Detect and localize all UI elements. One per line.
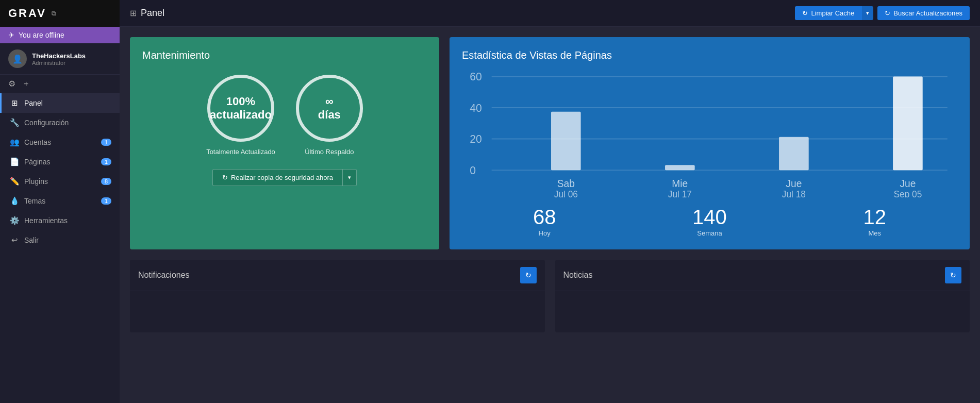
- news-refresh-button[interactable]: ↻: [945, 267, 961, 283]
- sidebar-item-panel[interactable]: ⊞Panel: [0, 93, 120, 113]
- svg-text:Jul 06: Jul 06: [554, 189, 578, 197]
- clear-cache-button-group: ↻ Limpiar Cache ▾: [795, 6, 873, 20]
- news-body: [555, 291, 970, 332]
- paginas-label: Páginas: [24, 158, 51, 166]
- circle-backup: ∞ días Último Respaldo: [296, 75, 363, 156]
- stat-month-value: 12: [792, 207, 957, 227]
- svg-text:60: 60: [470, 71, 482, 83]
- avatar: 👤: [8, 49, 27, 68]
- stat-week-label: Semana: [627, 229, 792, 237]
- circle-label-backup: Último Respaldo: [305, 148, 354, 156]
- main-content: ⊞ Panel ↻ Limpiar Cache ▾ ↻ Buscar Actua…: [120, 0, 980, 403]
- news-header: Noticias ↻: [555, 260, 970, 291]
- notifications-card: Notificaciones ↻: [130, 260, 545, 332]
- circle-value-backup: ∞ días: [318, 95, 341, 122]
- svg-rect-8: [551, 112, 581, 170]
- user-section: 👤 TheHackersLabs Administrator: [0, 43, 120, 75]
- user-info: TheHackersLabs Administrator: [32, 52, 86, 66]
- paginas-icon: 📄: [10, 157, 19, 166]
- panel-icon: ⊞: [10, 98, 19, 108]
- sidebar: GRAV ⧉ ✈ You are offline 👤 TheHackersLab…: [0, 0, 120, 403]
- sidebar-item-temas[interactable]: 💧Temas1: [0, 191, 120, 211]
- paginas-badge: 1: [101, 158, 111, 165]
- stats-card: Estadística de Vistas de Páginas 60 40 2…: [450, 37, 970, 249]
- page-title-area: ⊞ Panel: [130, 8, 164, 19]
- notifications-title: Notificaciones: [138, 271, 190, 280]
- notifications-refresh-button[interactable]: ↻: [520, 267, 537, 283]
- configuracion-icon: 🔧: [10, 118, 19, 127]
- svg-text:0: 0: [470, 164, 476, 177]
- panel-label: Panel: [24, 99, 43, 107]
- top-panels: Mantenimiento 100% actualizado Totalment…: [130, 37, 970, 249]
- stat-week: 140 Semana: [627, 207, 792, 237]
- backup-icon: ↻: [222, 174, 228, 181]
- user-icon: 👤: [12, 54, 23, 64]
- svg-text:Jue: Jue: [786, 178, 802, 189]
- chart-area: 60 40 20 0 Sab Jul 06: [462, 66, 957, 197]
- svg-text:20: 20: [470, 133, 482, 145]
- svg-text:Jue: Jue: [900, 178, 916, 189]
- grid-icon: ⊞: [130, 8, 137, 18]
- temas-badge: 1: [101, 197, 111, 205]
- cuentas-badge: 1: [101, 139, 111, 146]
- clear-cache-button[interactable]: ↻ Limpiar Cache: [795, 6, 861, 20]
- stats-title: Estadística de Vistas de Páginas: [462, 49, 957, 61]
- circle-value-updated: 100% actualizado: [210, 95, 272, 122]
- svg-rect-14: [779, 137, 809, 170]
- sidebar-item-paginas[interactable]: 📄Páginas1: [0, 152, 120, 172]
- sidebar-item-herramientas[interactable]: ⚙️Herramientas: [0, 211, 120, 230]
- logo-text: GRAV: [8, 7, 46, 20]
- plugins-icon: ✏️: [10, 177, 19, 186]
- configuracion-label: Configuración: [24, 119, 69, 127]
- stat-today: 68 Hoy: [462, 207, 627, 237]
- sidebar-item-configuracion[interactable]: 🔧Configuración: [0, 113, 120, 132]
- svg-text:Sab: Sab: [557, 178, 575, 189]
- user-role: Administrator: [32, 60, 86, 66]
- salir-label: Salir: [24, 236, 39, 244]
- plugins-label: Plugins: [24, 177, 48, 186]
- backup-dropdown[interactable]: ▾: [343, 169, 357, 186]
- sidebar-actions: ⚙ +: [0, 75, 120, 93]
- offline-text: You are offline: [19, 31, 64, 39]
- cuentas-label: Cuentas: [24, 138, 51, 146]
- svg-rect-17: [893, 77, 923, 171]
- stat-month-label: Mes: [792, 229, 957, 237]
- content-area: Mantenimiento 100% actualizado Totalment…: [120, 27, 980, 403]
- maintenance-card: Mantenimiento 100% actualizado Totalment…: [130, 37, 439, 249]
- bar-chart: 60 40 20 0 Sab Jul 06: [462, 66, 957, 197]
- user-name: TheHackersLabs: [32, 52, 86, 60]
- cuentas-icon: 👥: [10, 138, 19, 147]
- svg-rect-11: [665, 165, 695, 170]
- clear-cache-dropdown[interactable]: ▾: [861, 6, 873, 20]
- svg-text:40: 40: [470, 102, 482, 114]
- sidebar-item-plugins[interactable]: ✏️Plugins8: [0, 172, 120, 191]
- page-title: Panel: [141, 8, 164, 19]
- temas-icon: 💧: [10, 196, 19, 206]
- herramientas-icon: ⚙️: [10, 216, 19, 225]
- settings-icon[interactable]: ⚙: [8, 79, 15, 89]
- stat-today-label: Hoy: [462, 229, 627, 237]
- maintenance-title: Mantenimiento: [142, 49, 427, 61]
- salir-icon: ↩: [10, 236, 19, 245]
- stat-today-value: 68: [462, 207, 627, 227]
- temas-label: Temas: [24, 197, 45, 205]
- search-updates-button[interactable]: ↻ Buscar Actualizaciones: [877, 6, 970, 20]
- svg-text:Mie: Mie: [672, 178, 688, 189]
- sidebar-item-cuentas[interactable]: 👥Cuentas1: [0, 132, 120, 152]
- logo-area: GRAV ⧉: [0, 0, 120, 27]
- circle-updated: 100% actualizado Totalmente Actualizado: [206, 75, 275, 156]
- sidebar-item-salir[interactable]: ↩Salir: [0, 230, 120, 250]
- news-title: Noticias: [563, 271, 593, 280]
- backup-button[interactable]: ↻ Realizar copia de seguridad ahora: [212, 169, 343, 186]
- svg-text:Sep 05: Sep 05: [894, 189, 922, 197]
- refresh-icon2: ↻: [885, 9, 890, 17]
- add-icon[interactable]: +: [24, 79, 28, 89]
- circles-row: 100% actualizado Totalmente Actualizado …: [142, 70, 427, 161]
- plane-icon: ✈: [8, 31, 14, 39]
- notifications-body: [130, 291, 545, 332]
- circle-ring-backup: ∞ días: [296, 75, 363, 142]
- svg-text:Jul 18: Jul 18: [782, 189, 806, 197]
- refresh-icon: ↻: [802, 9, 808, 17]
- sidebar-nav: ⊞Panel🔧Configuración👥Cuentas1📄Páginas1✏️…: [0, 93, 120, 403]
- topbar: ⊞ Panel ↻ Limpiar Cache ▾ ↻ Buscar Actua…: [120, 0, 980, 27]
